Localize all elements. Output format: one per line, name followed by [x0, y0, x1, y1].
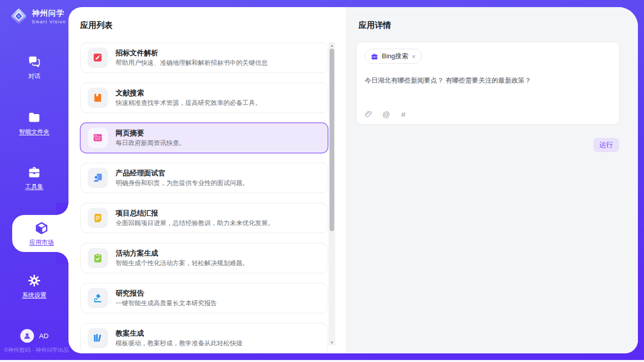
sidebar-item-toolset[interactable]: 工具集 — [0, 165, 68, 191]
app-list-title: 应用列表 — [80, 20, 113, 31]
prompt-input[interactable]: 今日湖北有哪些新闻要点？ 有哪些需要关注的最新政策？ — [365, 76, 608, 86]
run-button[interactable]: 运行 — [593, 138, 619, 152]
window-bottom-edge — [0, 360, 644, 362]
books-icon — [92, 333, 103, 344]
scroll-down-icon[interactable]: ▼ — [329, 339, 335, 345]
book-icon — [92, 92, 103, 103]
hash-icon[interactable]: # — [399, 110, 408, 119]
sidebar-item-label: 系统设置 — [22, 291, 47, 300]
prompt-card: Bing搜索 × 今日湖北有哪些新闻要点？ 有哪些需要关注的最新政策？ @ # — [356, 42, 620, 125]
app-name: 教案生成 — [116, 328, 242, 339]
user-icon — [23, 332, 31, 340]
app-description: 模板驱动，教案秒成，教学准备从此轻松快捷 — [116, 339, 242, 348]
app-name: 文献搜索 — [116, 88, 262, 98]
tool-chip-bing-search[interactable]: Bing搜索 × — [365, 49, 422, 64]
chat-icon — [27, 55, 41, 68]
pencil-doc-icon — [92, 52, 103, 63]
scroll-up-icon[interactable]: ▲ — [329, 42, 335, 48]
scrollbar[interactable]: ▲ ▼ — [329, 42, 335, 345]
app-name: 产品经理面试官 — [116, 168, 249, 178]
app-detail-title: 应用详情 — [359, 20, 391, 31]
app-description: 一键智能生成高质量长文本研究报告 — [116, 299, 217, 308]
browser-code-icon: </> — [92, 132, 103, 143]
app-card-literature-search[interactable]: 文献搜索 快速精准查找学术资源，提高研究效率的必备工具。 — [80, 83, 328, 113]
app-name: 招标文件解析 — [116, 48, 268, 58]
sidebar-item-label: 对话 — [28, 72, 41, 81]
paperclip-icon[interactable] — [365, 110, 373, 119]
interviewer-icon — [92, 172, 103, 184]
app-name: 项目总结汇报 — [116, 208, 274, 219]
sidebar-item-chat[interactable]: 对话 — [0, 55, 68, 81]
app-name: 网页摘要 — [116, 128, 186, 138]
sidebar-item-app-market[interactable]: 应用市场 — [12, 215, 71, 252]
app-icon-box — [88, 208, 108, 228]
main-panel: 应用列表 招标文件解析 帮助用户快速、准确地理解和解析招标书中的关键信息 文献搜… — [68, 7, 638, 353]
app-icon-box — [88, 88, 108, 108]
app-description: 每日政府新闻资讯快查。 — [116, 138, 186, 148]
copyright-footer: ©神州数码 · 神州问学出品 — [4, 346, 69, 354]
user-name: AD — [39, 332, 49, 340]
tool-chip-label: Bing搜索 — [382, 52, 408, 61]
close-icon[interactable]: × — [412, 53, 416, 60]
app-window: 神州问学 Smart Vision 对话 智能文件夹 工具集 应用市场 系统设置… — [0, 0, 644, 362]
cube-icon — [34, 221, 49, 236]
briefcase-icon — [371, 53, 378, 60]
at-icon[interactable]: @ — [382, 110, 390, 119]
app-name: 活动方案生成 — [116, 248, 249, 259]
brand-logo: 神州问学 Smart Vision — [9, 7, 66, 26]
gear-icon — [27, 274, 41, 287]
app-icon-box — [88, 248, 108, 268]
sidebar-item-label: 应用市场 — [29, 238, 54, 247]
app-card-pm-interviewer[interactable]: 产品经理面试官 明确身份和职责，为您提供专业性的面试问题。 — [80, 163, 328, 193]
app-card-event-plan[interactable]: 活动方案生成 智能生成个性化活动方案，轻松解决规划难题。 — [80, 243, 328, 273]
app-description: 智能生成个性化活动方案，轻松解决规划难题。 — [116, 259, 249, 268]
composer-toolbar: @ # — [365, 110, 408, 119]
sidebar-item-smart-folder[interactable]: 智能文件夹 — [0, 111, 68, 136]
microscope-icon — [92, 293, 103, 304]
note-icon — [92, 212, 103, 224]
active-tab-fillet-top — [56, 203, 68, 215]
avatar — [20, 329, 34, 343]
svg-text:</>: </> — [95, 137, 100, 140]
app-icon-box — [88, 288, 108, 308]
app-icon-box: </> — [88, 128, 108, 148]
diamond-logo-icon — [9, 7, 28, 26]
app-description: 明确身份和职责，为您提供专业性的面试问题。 — [116, 178, 249, 188]
app-card-project-summary[interactable]: 项目总结汇报 全面回顾项目进展，总结经验教训，助力未来优化发展。 — [80, 203, 328, 233]
sidebar-item-label: 工具集 — [25, 183, 44, 191]
app-card-lesson-plan[interactable]: 教案生成 模板驱动，教案秒成，教学准备从此轻松快捷 — [80, 323, 328, 353]
app-detail-panel: 应用详情 Bing搜索 × 今日湖北有哪些新闻要点？ 有哪些需要关注的最新政策？… — [346, 7, 638, 353]
brand-subtitle: Smart Vision — [32, 19, 66, 24]
active-tab-fillet-bottom — [56, 252, 68, 264]
toolbox-icon — [27, 165, 41, 179]
app-card-research-report[interactable]: 研究报告 一键智能生成高质量长文本研究报告 — [80, 283, 328, 313]
app-name: 研究报告 — [116, 288, 217, 299]
scrollbar-thumb[interactable] — [330, 49, 334, 231]
brand-name: 神州问学 — [32, 9, 66, 18]
app-card-bid-document-parse[interactable]: 招标文件解析 帮助用户快速、准确地理解和解析招标书中的关键信息 — [80, 43, 328, 73]
sidebar-item-settings[interactable]: 系统设置 — [0, 274, 68, 300]
app-description: 全面回顾项目进展，总结经验教训，助力未来优化发展。 — [116, 219, 274, 228]
sidebar-item-label: 智能文件夹 — [19, 128, 50, 136]
app-icon-box — [88, 168, 108, 188]
user-account[interactable]: AD — [20, 329, 49, 343]
folder-icon — [27, 111, 41, 124]
app-card-web-summary[interactable]: </> 网页摘要 每日政府新闻资讯快查。 — [80, 123, 328, 153]
app-icon-box — [88, 328, 108, 348]
app-icon-box — [88, 48, 108, 68]
clipboard-check-icon — [92, 252, 103, 264]
app-description: 帮助用户快速、准确地理解和解析招标书中的关键信息 — [116, 58, 268, 68]
app-description: 快速精准查找学术资源，提高研究效率的必备工具。 — [116, 98, 262, 108]
